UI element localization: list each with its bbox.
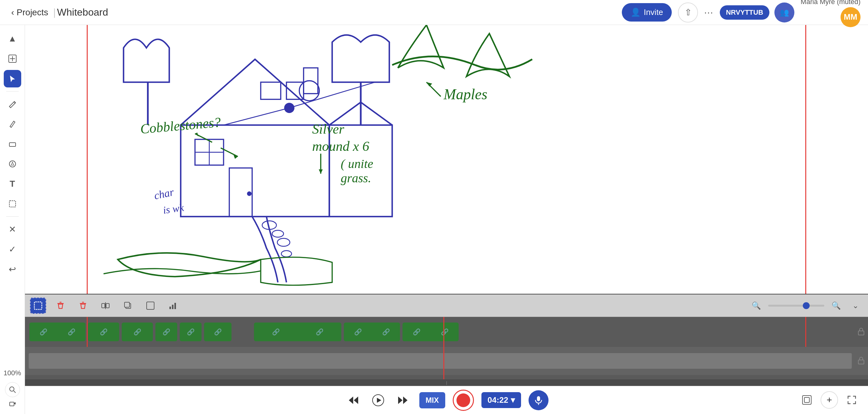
- track-lock-1[interactable]: [857, 327, 866, 337]
- red-line-right: [805, 25, 806, 294]
- fast-forward-button[interactable]: [394, 391, 412, 409]
- tool-separator-1: [6, 91, 19, 91]
- whiteboard-title: Whiteboard: [57, 6, 108, 18]
- clip-1[interactable]: 🔗 🔗: [29, 323, 86, 341]
- zoom-level: 100%: [3, 369, 21, 380]
- tool-text[interactable]: T: [4, 175, 21, 193]
- invite-button[interactable]: 👤 Invite: [622, 3, 672, 22]
- tool-select[interactable]: [4, 70, 21, 87]
- svg-text:( unite: ( unite: [341, 157, 373, 171]
- user-badge[interactable]: NRVYTTUB: [720, 5, 769, 20]
- left-toolbar: ▲ T ✕ ✓ ↩ 100%: [0, 25, 25, 414]
- zoom-slider[interactable]: [768, 305, 824, 306]
- tool-pencil[interactable]: [4, 115, 21, 133]
- share-button[interactable]: ⇧: [678, 2, 698, 23]
- clip-handle: 🔗: [187, 328, 195, 336]
- svg-point-18: [299, 81, 319, 101]
- time-display[interactable]: 04:22 ▾: [482, 392, 521, 408]
- tool-undo[interactable]: ↩: [4, 260, 21, 278]
- timeline-tracks: 🔗 🔗 🔗 🔗 🔗 🔗: [25, 317, 868, 379]
- tool-selection-box[interactable]: [4, 195, 21, 213]
- svg-text:grass.: grass.: [341, 171, 371, 185]
- camera-icon: [9, 400, 16, 409]
- timeline-chart-tool[interactable]: [165, 298, 181, 314]
- invite-icon: 👤: [630, 7, 641, 17]
- mic-button[interactable]: [529, 390, 549, 410]
- clip-8[interactable]: 🔗 🔗: [344, 323, 400, 341]
- svg-marker-38: [319, 170, 323, 174]
- svg-point-15: [247, 191, 252, 196]
- clip-5[interactable]: 🔗: [180, 323, 202, 341]
- add-track-button[interactable]: +: [820, 391, 838, 409]
- whiteboard-canvas[interactable]: Maples Cobblestones? Silver mound x 6 ( …: [25, 25, 868, 294]
- clip-handle: 🔗: [214, 328, 222, 336]
- mix-button[interactable]: MIX: [419, 392, 445, 408]
- invite-label: Invite: [644, 7, 663, 17]
- clip-handle: 🔗: [40, 328, 48, 336]
- svg-point-24: [281, 251, 292, 257]
- timeline-playhead: [443, 317, 444, 379]
- zoom-fit-button[interactable]: [5, 382, 20, 397]
- clip-3[interactable]: 🔗: [122, 323, 153, 341]
- clip-6[interactable]: 🔗: [204, 323, 231, 341]
- back-icon: ‹: [11, 7, 14, 18]
- whiteboard-drawing: Maples Cobblestones? Silver mound x 6 ( …: [25, 25, 868, 294]
- timeline-select-tool[interactable]: [30, 298, 46, 314]
- user-name: Maria Myre (muted): [801, 0, 861, 6]
- timeline-zoom-area: 🔍 🔍 ⌄: [748, 298, 863, 314]
- collapse-timeline-btn[interactable]: ⌄: [848, 298, 863, 313]
- clip-7[interactable]: 🔗 🔗: [254, 323, 341, 341]
- back-button[interactable]: ‹ Projects: [7, 5, 52, 20]
- tool-scroll-up[interactable]: ▲: [4, 30, 21, 48]
- fullscreen-button[interactable]: [843, 391, 861, 409]
- svg-rect-4: [9, 143, 16, 146]
- timeline-mute-tool[interactable]: [142, 298, 158, 314]
- rewind-button[interactable]: [344, 391, 362, 409]
- zoom-out-btn[interactable]: 🔍: [748, 298, 765, 314]
- zoom-in-btn[interactable]: 🔍: [828, 298, 844, 314]
- clip-handle: 🔗: [382, 328, 390, 336]
- tool-eraser[interactable]: [4, 135, 21, 153]
- clip-2[interactable]: 🔗: [88, 323, 119, 341]
- user-group-icon[interactable]: 👥: [774, 2, 794, 23]
- tool-shapes[interactable]: [4, 155, 21, 173]
- tool-close[interactable]: ✕: [4, 220, 21, 238]
- svg-point-23: [277, 238, 290, 246]
- play-button[interactable]: [369, 391, 387, 409]
- clip-9[interactable]: 🔗 🔗: [402, 323, 459, 341]
- minimize-button[interactable]: [798, 391, 815, 409]
- svg-text:mound x 6: mound x 6: [312, 139, 369, 154]
- svg-text:Maples: Maples: [443, 86, 487, 102]
- svg-rect-57: [169, 306, 171, 309]
- more-icon: ···: [704, 7, 713, 17]
- timeline-duplicate-tool[interactable]: [120, 298, 136, 314]
- time-chevron: ▾: [511, 395, 515, 405]
- timeline-split-tool[interactable]: [97, 298, 114, 314]
- svg-marker-28: [427, 82, 432, 87]
- record-button[interactable]: [453, 390, 474, 411]
- more-button[interactable]: ···: [704, 7, 713, 18]
- svg-rect-61: [858, 360, 864, 364]
- svg-rect-6: [9, 201, 16, 207]
- track-lock-2[interactable]: [857, 356, 866, 366]
- svg-line-8: [14, 391, 16, 393]
- clip-handle: 🔗: [162, 328, 170, 336]
- svg-rect-70: [803, 395, 811, 404]
- timeline-delete-tool-2[interactable]: [75, 298, 91, 314]
- svg-rect-9: [10, 402, 14, 406]
- svg-marker-62: [349, 396, 353, 404]
- svg-text:is wk: is wk: [162, 202, 185, 216]
- clip-handle: 🔗: [316, 328, 323, 336]
- canvas-area[interactable]: Maples Cobblestones? Silver mound x 6 ( …: [25, 25, 868, 414]
- clip-4[interactable]: 🔗: [155, 323, 177, 341]
- tool-pen[interactable]: [4, 95, 21, 113]
- timeline-delete-tool-1[interactable]: [53, 298, 69, 314]
- clip-handle: 🔗: [68, 328, 75, 336]
- user-avatar[interactable]: MM: [841, 7, 861, 27]
- svg-point-7: [10, 387, 14, 391]
- group-icon: 👥: [780, 8, 789, 17]
- tool-check[interactable]: ✓: [4, 240, 21, 258]
- tool-separator-2: [6, 216, 19, 217]
- tool-add-frame[interactable]: [4, 50, 21, 67]
- clip-handle: 🔗: [272, 328, 280, 336]
